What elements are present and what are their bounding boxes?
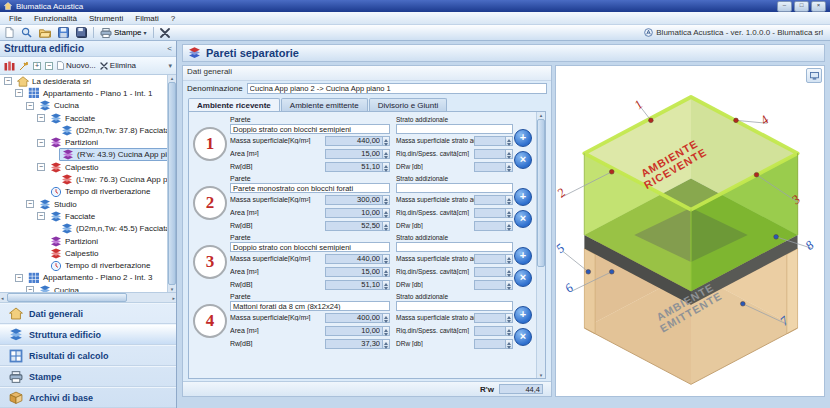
spinner-icon[interactable] [383, 136, 390, 146]
tree-item[interactable]: − Studio [0, 198, 168, 210]
form-vertical-scrollbar[interactable]: ▴▾ [536, 112, 545, 378]
spinner-icon[interactable] [383, 149, 390, 159]
tree-item[interactable]: (R'w: 43.9) Cucina App piano 2 -> Cuci [0, 149, 168, 161]
spinner-icon[interactable] [506, 221, 513, 231]
search-button[interactable] [19, 26, 34, 39]
sidebar-toolbar-overflow-icon[interactable]: ▾ [168, 62, 172, 70]
spinner-icon[interactable] [383, 313, 390, 323]
tree-expander-icon[interactable]: − [15, 89, 23, 97]
callout-dot-1[interactable] [649, 118, 654, 123]
rw-input[interactable] [325, 221, 383, 231]
add-layer-button[interactable]: + [514, 129, 532, 147]
parete-input[interactable] [230, 124, 390, 134]
spinner-icon[interactable] [506, 136, 513, 146]
spinner-icon[interactable] [506, 313, 513, 323]
tree-expander-icon[interactable]: − [26, 200, 34, 208]
close-button[interactable]: × [811, 1, 826, 12]
stampe-button[interactable]: Stampe ▾ [98, 26, 149, 39]
spinner-icon[interactable] [383, 326, 390, 336]
tree-item[interactable]: −La desiderata srl [0, 75, 168, 87]
nav-item-struttura-edificio[interactable]: Struttura edificio [0, 324, 176, 345]
spinner-icon[interactable] [506, 280, 513, 290]
tab-ambiente-ricevente[interactable]: Ambiente ricevente [188, 98, 280, 111]
strato-input[interactable] [396, 242, 513, 252]
area-input[interactable] [325, 267, 383, 277]
spinner-icon[interactable] [506, 208, 513, 218]
spinner-icon[interactable] [383, 280, 390, 290]
remove-layer-button[interactable]: × [514, 151, 532, 169]
spinner-icon[interactable] [506, 267, 513, 277]
callout-dot-3[interactable] [754, 172, 759, 177]
massa-input[interactable] [325, 136, 383, 146]
callout-dot-4[interactable] [734, 118, 739, 123]
collapse-sidebar-icon[interactable]: < [167, 44, 172, 53]
rig-input[interactable] [474, 267, 506, 277]
callout-dot-8[interactable] [774, 234, 779, 239]
tree-expander-icon[interactable]: − [37, 212, 45, 220]
tab-ambiente-emittente[interactable]: Ambiente emittente [281, 98, 368, 111]
remove-layer-button[interactable]: × [514, 269, 532, 287]
denominazione-input[interactable] [247, 83, 547, 94]
spinner-icon[interactable] [383, 208, 390, 218]
menu-item-0[interactable]: File [3, 14, 28, 23]
rig-input[interactable] [474, 208, 506, 218]
spinner-icon[interactable] [506, 254, 513, 264]
nav-item-dati-generali[interactable]: Dati generali [0, 303, 176, 324]
area-input[interactable] [325, 149, 383, 159]
strato-input[interactable] [396, 301, 513, 311]
new-document-button[interactable] [3, 26, 16, 39]
massa-add-input[interactable] [474, 136, 506, 146]
tree-horizontal-scrollbar[interactable]: ◂▸ [0, 293, 176, 303]
drw-input[interactable] [474, 339, 506, 349]
tree-item[interactable]: − Cucina [0, 284, 168, 292]
spinner-icon[interactable] [506, 326, 513, 336]
tree-item[interactable]: − Facciate [0, 210, 168, 222]
nav-item-archivi-di-base[interactable]: Archivi di base [0, 387, 176, 408]
add-layer-button[interactable]: + [514, 306, 532, 324]
spinner-icon[interactable] [383, 339, 390, 349]
drw-input[interactable] [474, 221, 506, 231]
callout-dot-5[interactable] [586, 269, 591, 274]
callout-dot-7[interactable] [740, 301, 745, 306]
tree-expander-icon[interactable]: − [37, 139, 45, 147]
callout-dot-6[interactable] [609, 269, 614, 274]
spinner-icon[interactable] [383, 162, 390, 172]
massa-add-input[interactable] [474, 195, 506, 205]
wand-icon[interactable] [19, 61, 29, 71]
building-icon[interactable] [4, 61, 15, 71]
tab-divisorio-e-giunti[interactable]: Divisorio e Giunti [369, 98, 447, 111]
rig-input[interactable] [474, 149, 506, 159]
spinner-icon[interactable] [506, 149, 513, 159]
nuovo-button[interactable]: Nuovo... [57, 61, 96, 70]
spinner-icon[interactable] [506, 162, 513, 172]
nav-item-risultati-di-calcolo[interactable]: Risultati di calcolo [0, 345, 176, 366]
maximize-button[interactable]: □ [794, 1, 809, 12]
minimize-button[interactable]: – [777, 1, 792, 12]
isometric-scene[interactable]: AMBIENTE RICEVENTE AMBIENTE EMITTENTE 12… [556, 66, 824, 396]
save-button[interactable] [56, 26, 71, 39]
massa-input[interactable] [325, 254, 383, 264]
elimina-button[interactable]: Elimina [100, 61, 136, 70]
parete-input[interactable] [230, 301, 390, 311]
remove-layer-button[interactable]: × [514, 328, 532, 346]
viewer-options-button[interactable] [806, 68, 822, 83]
parete-input[interactable] [230, 183, 390, 193]
drw-input[interactable] [474, 162, 506, 172]
tree-expander-icon[interactable]: − [26, 286, 34, 292]
add-layer-button[interactable]: + [514, 188, 532, 206]
area-input[interactable] [325, 326, 383, 336]
tree-vertical-scrollbar[interactable]: ▴▾ [167, 75, 176, 292]
open-button[interactable] [37, 26, 53, 39]
menu-item-1[interactable]: Funzionalità [28, 14, 83, 23]
strato-input[interactable] [396, 124, 513, 134]
tools-button[interactable] [158, 26, 172, 39]
massa-input[interactable] [325, 313, 383, 323]
parete-input[interactable] [230, 242, 390, 252]
add-layer-button[interactable]: + [514, 247, 532, 265]
menu-item-3[interactable]: Filmati [129, 14, 165, 23]
tree-item[interactable]: (D2m,n,Tw: 37.8) Facciata Est [0, 124, 168, 136]
rig-input[interactable] [474, 326, 506, 336]
nav-item-stampe[interactable]: Stampe [0, 366, 176, 387]
collapse-all-icon[interactable]: − [45, 62, 53, 70]
tree-item[interactable]: − Calpestio [0, 161, 168, 173]
